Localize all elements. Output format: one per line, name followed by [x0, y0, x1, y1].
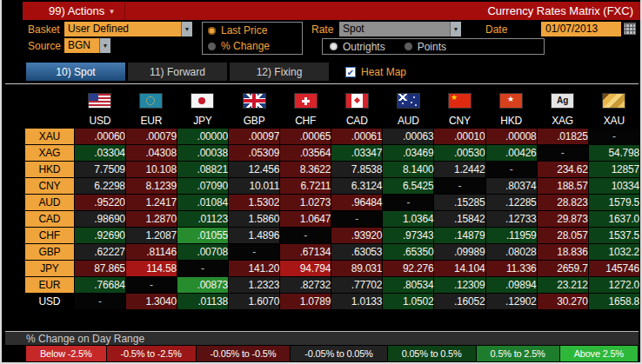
rate-cell[interactable]: 2659.7 — [538, 261, 588, 276]
row-header-cad[interactable]: CAD — [25, 211, 74, 227]
rate-cell[interactable]: 94.794 — [280, 261, 331, 276]
rate-cell[interactable]: 1.3040 — [126, 294, 177, 309]
source-dropdown[interactable]: BGN ▼ — [64, 38, 110, 53]
row-header-cny[interactable]: CNY — [25, 178, 74, 194]
rate-cell[interactable]: - — [434, 178, 485, 194]
rate-cell[interactable]: 6.3124 — [331, 178, 382, 194]
rate-cell[interactable]: 188.57 — [538, 178, 588, 194]
actions-menu-button[interactable]: 99) Actions ▾ — [23, 2, 125, 20]
rate-cell[interactable]: 1.0273 — [280, 195, 331, 210]
rate-cell[interactable]: .00530 — [434, 145, 485, 161]
row-header-xau[interactable]: XAU — [25, 129, 74, 144]
rate-cell[interactable]: .01123 — [177, 211, 228, 227]
rate-cell[interactable]: .03347 — [331, 145, 382, 161]
rate-cell[interactable]: 6.5425 — [383, 178, 433, 194]
column-header-cny[interactable]: CNY — [434, 88, 485, 128]
rate-cell[interactable]: .01138 — [177, 294, 228, 309]
row-header-hkd[interactable]: HKD — [25, 162, 74, 177]
rate-cell[interactable]: 1.2417 — [126, 195, 177, 210]
rate-cell[interactable]: 28.823 — [538, 195, 588, 210]
rate-cell[interactable]: 1.0789 — [280, 294, 331, 309]
rate-cell[interactable]: .00708 — [177, 244, 228, 260]
rate-cell[interactable]: - — [331, 211, 382, 227]
rate-cell[interactable]: 1637.0 — [589, 211, 639, 227]
rate-cell[interactable]: 1272.0 — [589, 277, 639, 293]
rate-cell[interactable]: .05309 — [229, 145, 279, 161]
rate-cell[interactable]: .12285 — [486, 195, 537, 210]
rate-cell[interactable]: 54.798 — [589, 145, 639, 161]
row-header-eur[interactable]: EUR — [25, 277, 74, 293]
rate-cell[interactable]: .76684 — [75, 277, 125, 293]
rate-cell[interactable]: 141.20 — [229, 261, 279, 276]
rate-cell[interactable]: 114.58 — [126, 261, 177, 276]
rate-cell[interactable]: 1.0364 — [383, 211, 433, 227]
rate-cell[interactable]: 28.057 — [538, 228, 588, 243]
rate-cell[interactable]: 23.212 — [538, 277, 588, 293]
rate-cell[interactable]: 11.336 — [486, 261, 537, 276]
rate-cell[interactable]: 1.0647 — [280, 211, 331, 227]
rate-cell[interactable]: .00426 — [486, 145, 537, 161]
rate-cell[interactable]: 14.104 — [434, 261, 485, 276]
rate-cell[interactable]: .09989 — [434, 244, 485, 260]
rate-cell[interactable]: .09894 — [486, 277, 537, 293]
rate-cell[interactable]: - — [589, 129, 639, 144]
date-input[interactable]: 01/07/2013 — [541, 22, 621, 36]
rate-cell[interactable]: 6.2298 — [75, 178, 125, 194]
row-header-gbp[interactable]: GBP — [25, 244, 74, 260]
rate-cell[interactable]: .00008 — [486, 129, 537, 144]
rate-cell[interactable]: .00061 — [331, 129, 382, 144]
rate-cell[interactable]: 8.1400 — [383, 162, 433, 177]
rate-cell[interactable]: 10334 — [589, 178, 639, 194]
rate-cell[interactable]: 1537.5 — [589, 228, 639, 243]
rate-cell[interactable]: 12857 — [589, 162, 639, 177]
rate-cell[interactable]: .00873 — [177, 277, 228, 293]
rate-cell[interactable]: 92.276 — [383, 261, 433, 276]
rate-cell[interactable]: .97343 — [383, 228, 433, 243]
rate-cell[interactable]: .00010 — [434, 129, 485, 144]
rate-cell[interactable]: .82732 — [280, 277, 331, 293]
rate-cell[interactable]: .11959 — [486, 228, 537, 243]
column-header-xau[interactable]: XAU — [589, 88, 639, 128]
column-header-cad[interactable]: CAD — [331, 88, 382, 128]
rate-cell[interactable]: .81146 — [126, 244, 177, 260]
rate-cell[interactable]: .00097 — [229, 129, 279, 144]
column-header-xag[interactable]: AgXAG — [538, 88, 588, 128]
rate-cell[interactable]: .65350 — [383, 244, 433, 260]
rate-cell[interactable]: .03564 — [280, 145, 331, 161]
rate-cell[interactable]: .12902 — [486, 294, 537, 309]
rate-cell[interactable]: - — [126, 277, 177, 293]
rate-cell[interactable]: .92690 — [75, 228, 125, 243]
chevron-down-icon[interactable]: ▼ — [181, 22, 192, 36]
radio-outrights[interactable]: Outrights — [330, 41, 385, 53]
rate-cell[interactable]: .12733 — [486, 211, 537, 227]
rate-cell[interactable]: .16052 — [434, 294, 485, 309]
column-header-usd[interactable]: USD — [75, 88, 125, 128]
rate-cell[interactable]: .00060 — [75, 129, 125, 144]
rate-cell[interactable]: .01055 — [177, 228, 228, 243]
rate-cell[interactable]: 1.2442 — [434, 162, 485, 177]
column-header-jpy[interactable]: JPY — [177, 88, 228, 128]
radio-last-price[interactable]: Last Price — [208, 24, 297, 36]
rate-cell[interactable]: .00079 — [126, 129, 177, 144]
rate-cell[interactable]: 8.3622 — [280, 162, 331, 177]
rate-cell[interactable]: 8.1239 — [126, 178, 177, 194]
rate-dropdown[interactable]: Spot ▼ — [339, 22, 461, 36]
rate-cell[interactable]: 6.7211 — [280, 178, 331, 194]
row-header-xag[interactable]: XAG — [25, 145, 74, 161]
rate-cell[interactable]: .01084 — [177, 195, 228, 210]
rate-cell[interactable]: .80374 — [486, 178, 537, 194]
rate-cell[interactable]: .12309 — [434, 277, 485, 293]
tab-10-spot[interactable]: 10) Spot — [26, 63, 125, 81]
tab-11-forward[interactable]: 11) Forward — [128, 63, 227, 81]
rate-cell[interactable]: .15285 — [434, 195, 485, 210]
rate-cell[interactable]: 7.7509 — [75, 162, 125, 177]
column-header-eur[interactable]: EUR — [126, 88, 177, 128]
rate-cell[interactable]: - — [229, 244, 279, 260]
basket-dropdown[interactable]: User Defined ▼ — [64, 22, 192, 36]
rate-cell[interactable]: 1.2870 — [126, 211, 177, 227]
column-header-chf[interactable]: CHF — [280, 88, 331, 128]
rate-cell[interactable]: 87.865 — [75, 261, 125, 276]
rate-cell[interactable]: .95220 — [75, 195, 125, 210]
rate-cell[interactable]: .07090 — [177, 178, 228, 194]
rate-cell[interactable]: 10.108 — [126, 162, 177, 177]
